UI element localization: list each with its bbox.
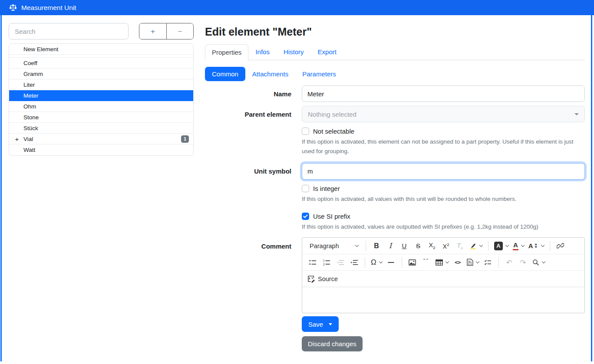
expand-all-button[interactable]: +	[139, 23, 166, 39]
undo-button[interactable]: ↶	[503, 256, 516, 269]
insert-table-icon	[436, 259, 443, 266]
main-panel: Edit element "Meter" Properties Infos Hi…	[194, 15, 594, 351]
todo-list-icon	[484, 259, 492, 266]
underline-icon: U	[402, 242, 407, 249]
tree-toolbar: + −	[139, 23, 194, 39]
collapse-all-button[interactable]: −	[166, 23, 193, 39]
subscript-button[interactable]: X2	[426, 239, 439, 253]
left-edge-accent	[0, 15, 2, 361]
code-block-button[interactable]	[465, 256, 481, 269]
tree-item[interactable]: Ohm	[9, 101, 193, 112]
edit-form: Name Parent element Nothing selected Not…	[205, 85, 585, 351]
unit-symbol-input[interactable]	[302, 163, 585, 180]
block-quote-icon: “	[422, 259, 430, 266]
use-si-prefix-label: Use SI prefix	[313, 213, 350, 220]
tree-item[interactable]: + Vial 1	[9, 134, 193, 144]
subtab-common[interactable]: Common	[205, 67, 245, 81]
save-button[interactable]: Save	[302, 316, 339, 332]
insert-image-icon	[409, 259, 416, 266]
underline-button[interactable]: U	[398, 239, 411, 253]
tree-item-new-element[interactable]: New Element	[9, 44, 193, 55]
not-selectable-label: Not selectable	[313, 128, 354, 135]
italic-icon: I	[389, 242, 392, 250]
subtab-parameters[interactable]: Parameters	[295, 67, 343, 81]
highlight-icon	[469, 242, 477, 249]
link-button[interactable]	[554, 239, 567, 253]
strikethrough-icon: S	[416, 242, 420, 249]
svg-text:1: 1	[323, 259, 325, 262]
heading-dropdown[interactable]: Paragraph	[306, 239, 362, 253]
redo-button[interactable]: ↷	[517, 256, 530, 269]
is-integer-checkbox[interactable]	[302, 185, 309, 192]
find-and-replace-button[interactable]	[531, 256, 547, 269]
code-block-icon	[467, 259, 473, 266]
name-label: Name	[205, 90, 291, 98]
comment-editor: Paragraph B I U S X2 X2 Tx	[302, 237, 585, 313]
tab-properties[interactable]: Properties	[205, 44, 248, 60]
font-color-button[interactable]: A	[511, 239, 526, 253]
redo-icon: ↷	[520, 258, 526, 267]
font-background-color-button[interactable]: A	[492, 239, 510, 253]
block-quote-button[interactable]: “	[420, 256, 433, 269]
bulleted-list-button[interactable]	[306, 256, 319, 269]
tab-history[interactable]: History	[277, 44, 311, 60]
right-edge-accent	[591, 15, 592, 361]
highlight-button[interactable]	[467, 239, 484, 253]
numbered-list-button[interactable]: 12	[320, 256, 333, 269]
outdent-icon	[337, 259, 344, 266]
horizontal-line-button[interactable]	[385, 256, 398, 269]
is-integer-help: If this option is activated, all values …	[302, 194, 585, 204]
bold-button[interactable]: B	[370, 239, 383, 253]
tree-item-selected[interactable]: Meter	[9, 90, 193, 101]
tree-item[interactable]: Stone	[9, 112, 193, 123]
comment-label: Comment	[205, 237, 291, 250]
remove-format-button[interactable]: Tx	[453, 239, 466, 253]
insert-image-button[interactable]	[406, 256, 419, 269]
font-background-color-icon: A	[494, 242, 503, 250]
font-size-icon: A	[528, 242, 533, 249]
app-title: Measurement Unit	[21, 4, 76, 12]
search-input[interactable]	[9, 23, 129, 39]
editor-toolbar-row-3: Source	[302, 271, 584, 287]
insert-table-button[interactable]	[434, 256, 450, 269]
tab-export[interactable]: Export	[311, 44, 343, 60]
strikethrough-button[interactable]: S	[412, 239, 425, 253]
tree-item[interactable]: Gramm	[9, 69, 193, 79]
navbar: Measurement Unit	[0, 0, 594, 15]
tab-infos[interactable]: Infos	[248, 44, 277, 60]
comment-text-area[interactable]	[302, 287, 584, 313]
indent-button[interactable]	[348, 256, 361, 269]
not-selectable-help: If this option is activated, this elemen…	[302, 137, 585, 156]
discard-changes-button[interactable]: Discard changes	[302, 336, 363, 351]
subtab-attachments[interactable]: Attachments	[245, 67, 295, 81]
tree-item[interactable]: Watt	[9, 144, 193, 155]
todo-list-button[interactable]	[482, 256, 495, 269]
tree-item[interactable]: Liter	[9, 79, 193, 90]
superscript-icon: X2	[443, 242, 449, 250]
svg-text:2: 2	[323, 263, 325, 266]
special-characters-button[interactable]: Ω	[369, 256, 384, 269]
undo-icon: ↶	[506, 258, 512, 267]
child-count-badge: 1	[181, 135, 189, 143]
tab-bar: Properties Infos History Export	[205, 44, 585, 60]
tree-spacer	[9, 55, 193, 58]
name-input[interactable]	[302, 85, 585, 102]
tree-item[interactable]: Stück	[9, 123, 193, 134]
use-si-prefix-checkbox[interactable]	[302, 213, 309, 220]
superscript-button[interactable]: X2	[439, 239, 452, 253]
horizontal-line-icon	[387, 259, 395, 266]
outdent-button[interactable]	[334, 256, 347, 269]
font-size-button[interactable]: A↕	[527, 239, 546, 253]
not-selectable-checkbox[interactable]	[302, 128, 309, 135]
bulleted-list-icon	[309, 259, 317, 266]
tree-item[interactable]: Coeff	[9, 58, 193, 69]
save-dropdown-caret-icon[interactable]	[329, 323, 332, 325]
parent-element-select[interactable]: Nothing selected	[302, 106, 585, 122]
page-title: Edit element "Meter"	[205, 26, 585, 38]
code-button[interactable]: <>	[451, 256, 464, 269]
unit-symbol-label: Unit symbol	[205, 167, 291, 175]
source-editing-button[interactable]: Source	[306, 272, 340, 285]
editor-toolbar-row-2: 12 Ω	[302, 254, 584, 271]
expand-node-icon[interactable]: +	[14, 135, 20, 143]
italic-button[interactable]: I	[384, 239, 397, 253]
